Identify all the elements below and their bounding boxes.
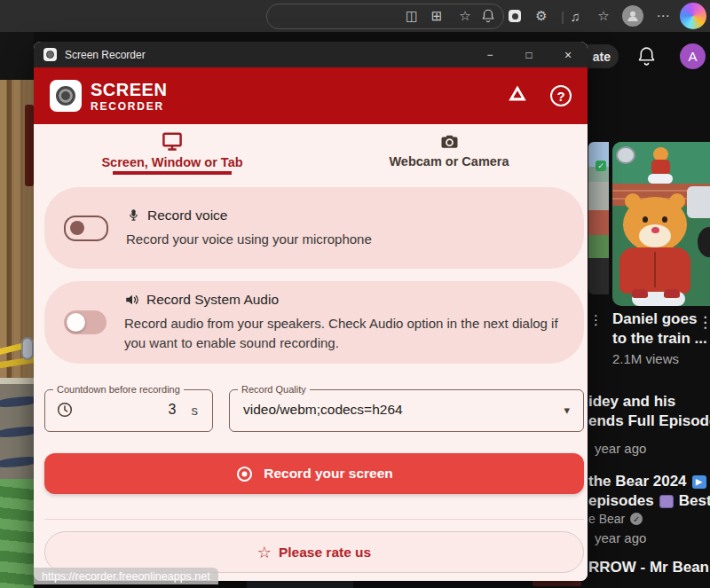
yt-notifications-icon[interactable] [635, 45, 658, 71]
record-quality-value: video/webm;codecs=h264 [243, 402, 403, 418]
video-title-line[interactable]: episodes Best ... [588, 492, 710, 510]
cartoon-pole [7, 80, 12, 378]
help-icon[interactable]: ? [550, 85, 572, 106]
video-menu-kebab-icon[interactable]: ⋮ [589, 312, 603, 328]
video-title-text: episodes [588, 492, 654, 510]
screen-recorder-window: Screen Recorder − □ × SCREEN RECORDER ? … [34, 42, 588, 581]
thumb-clock-shape [616, 146, 635, 164]
tab-label: Webcam or Camera [389, 154, 509, 169]
brand-line2: RECORDER [91, 101, 167, 112]
favorites-bar-icon[interactable]: ☆ [593, 0, 614, 32]
divider [44, 519, 584, 520]
dropdown-caret-icon[interactable]: ▾ [564, 404, 570, 417]
brand-line1: SCREEN [91, 81, 167, 98]
countdown-value[interactable]: 3 [169, 402, 177, 418]
video-age: year ago [595, 530, 646, 545]
record-your-screen-button[interactable]: Record your screen [44, 453, 584, 494]
split-screen-icon[interactable]: ◫ [401, 0, 422, 32]
record-system-audio-description: Record audio from your speakers. Check A… [124, 314, 582, 353]
video-title-line[interactable]: idey and his [588, 393, 675, 411]
toggle-knob [70, 221, 84, 235]
video-channel[interactable]: e Bear ✓ [588, 512, 643, 526]
thumb-small-potty [648, 174, 673, 184]
maximize-button[interactable]: □ [509, 42, 548, 67]
please-rate-us-button[interactable]: ☆ Please rate us [44, 531, 584, 573]
record-voice-card: Record voice Record your voice using you… [44, 187, 584, 269]
cartoon-wood-plank [0, 80, 34, 378]
microphone-icon [126, 208, 141, 223]
minimize-button[interactable]: − [470, 42, 509, 67]
screen: ◫ ⊞ ☆ ⚙ | ♫ ☆ ⋯ ate A ✓ [0, 0, 710, 588]
app-icon [43, 48, 57, 61]
video-thumbnail-daniel-tiger[interactable] [612, 142, 710, 306]
close-button[interactable]: × [548, 42, 588, 67]
clock-icon [56, 401, 74, 419]
countdown-label: Countdown before recording [53, 384, 184, 395]
camera-icon [438, 131, 461, 152]
notifications-bell-icon[interactable] [477, 0, 499, 32]
record-voice-title: Record voice [126, 208, 372, 223]
media-controls-icon[interactable]: ♫ [564, 0, 586, 32]
barrel-band [0, 426, 34, 439]
thumb-tiger-eye [662, 216, 667, 223]
video-title-text: Best ... [679, 492, 710, 510]
tab-bar: Screen, Window or Tab Webcam or Camera [34, 124, 588, 175]
copilot-icon[interactable] [680, 3, 706, 29]
record-voice-label: Record voice [147, 208, 227, 223]
workspaces-icon[interactable]: ⊞ [426, 0, 447, 32]
speaker-icon [124, 292, 140, 308]
thumb-tiger-eye [643, 216, 648, 223]
video-title-line[interactable]: to the train ... [612, 330, 707, 348]
video-title-line[interactable]: ends Full Episode |... [588, 412, 710, 430]
background-video-strip[interactable] [0, 32, 34, 588]
countdown-unit: s [192, 403, 199, 418]
video-title-line[interactable]: RROW - Mr Bean | [588, 559, 710, 576]
video-title-line[interactable]: Daniel goes [612, 310, 697, 328]
google-drive-icon[interactable] [506, 83, 529, 108]
cartoon-barrel [0, 378, 34, 479]
watched-check-icon: ✓ [596, 161, 606, 171]
yt-profile-avatar[interactable]: A [680, 43, 706, 69]
extension-app-icon[interactable] [504, 0, 525, 32]
thumb-tiger-shoe [664, 289, 680, 301]
status-url-tooltip: https://recorder.freeonlineapps.net [34, 568, 218, 584]
add-favorite-icon[interactable]: ☆ [454, 0, 476, 32]
dialog-content: Record voice Record your voice using you… [34, 175, 588, 581]
video-letterbox [0, 32, 34, 80]
record-system-audio-card: Record System Audio Record audio from yo… [44, 281, 584, 364]
record-voice-toggle[interactable] [64, 216, 108, 241]
record-button-label: Record your screen [264, 466, 393, 482]
star-icon: ☆ [257, 543, 272, 562]
cartoon-ring [21, 337, 34, 360]
toggle-knob [67, 313, 85, 332]
video-title-text: the Bear 2024 [588, 473, 687, 490]
video-menu-kebab-icon[interactable]: ⋮ [698, 313, 710, 332]
record-voice-description: Record your voice using your microphone [126, 230, 372, 249]
browser-profile-avatar[interactable] [622, 5, 643, 27]
thumb-small-tiger-body [651, 160, 670, 175]
tv-emoji-icon [659, 495, 674, 508]
countdown-field[interactable]: Countdown before recording 3 s [44, 384, 213, 432]
cartoon-green-ground [0, 479, 34, 588]
thumb-tiger-nose [651, 227, 659, 233]
channel-name: e Bear [588, 512, 625, 526]
record-quality-label: Record Quality [238, 384, 310, 395]
window-title: Screen Recorder [65, 49, 470, 61]
brand-wordmark: SCREEN RECORDER [91, 81, 167, 112]
verified-check-icon: ✓ [630, 513, 643, 525]
window-titlebar[interactable]: Screen Recorder − □ × [34, 42, 588, 67]
tab-label: Screen, Window or Tab [101, 155, 242, 169]
barrel-band [0, 396, 34, 409]
tab-webcam-or-camera[interactable]: Webcam or Camera [311, 124, 588, 175]
browser-menu-icon[interactable]: ⋯ [651, 0, 674, 32]
record-quality-field[interactable]: Record Quality video/webm;codecs=h264 ▾ [229, 384, 584, 432]
cartoon-red-object [25, 105, 34, 186]
tab-screen-window-or-tab[interactable]: Screen, Window or Tab [34, 124, 311, 175]
record-system-audio-toggle[interactable] [64, 310, 106, 334]
extensions-gear-icon[interactable]: ⚙ [531, 0, 552, 32]
barrel-band [0, 456, 34, 469]
record-icon [235, 465, 254, 483]
background-logo-smudge [532, 580, 581, 586]
app-header: SCREEN RECORDER ? [34, 67, 588, 124]
video-title-line[interactable]: the Bear 2024 ▶ 1 [588, 473, 710, 490]
